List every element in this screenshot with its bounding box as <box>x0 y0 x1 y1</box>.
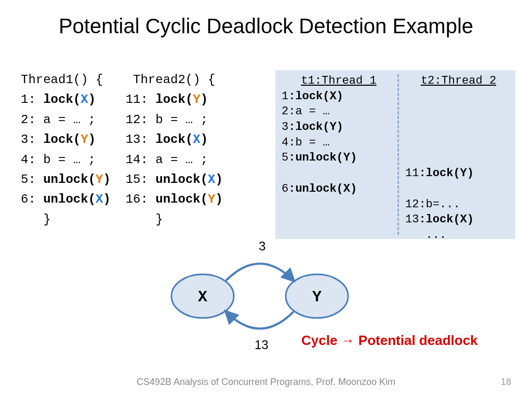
t2-l11-call: lock( <box>155 92 193 107</box>
t2-l15-var: X <box>208 172 215 187</box>
tr-l1-b: :lock(X) <box>288 90 343 103</box>
t2-l13-call: lock( <box>155 132 193 147</box>
t1-l5-n: 5: <box>21 172 43 187</box>
tr-l1-n: 1 <box>282 90 288 103</box>
tr-rdots: ... <box>405 229 446 242</box>
t1-l1-n: 1: <box>21 92 43 107</box>
tr-l5-b: :unlock(Y) <box>288 151 357 164</box>
edge-bot-label: 13 <box>255 338 269 352</box>
trace-t2-head: t2:Thread 2 <box>405 73 512 89</box>
page-number: 18 <box>501 377 511 388</box>
t1-l3-n: 3: <box>21 132 43 147</box>
t2-l14: 14: a = … ; <box>126 153 208 167</box>
t2-l15-call: unlock( <box>155 172 208 187</box>
t2-l15-end: ) <box>216 172 223 187</box>
tr-l3-b: :lock(Y) <box>288 121 343 134</box>
t1-l2: 2: a = … ; <box>21 113 96 127</box>
t1-l5-end: ) <box>103 172 110 187</box>
t2-l13-var: X <box>193 132 200 147</box>
edge-y-to-x <box>226 312 294 329</box>
node-x-label: X <box>198 288 207 306</box>
t1-l1-end: ) <box>88 92 96 107</box>
tr-r13-b: :lock(X) <box>419 213 474 226</box>
tr-l3-n: 3 <box>282 121 288 134</box>
tr-r12-n: 12 <box>405 198 419 211</box>
t1-l6-end: ) <box>103 192 110 206</box>
node-y-label: Y <box>312 288 322 306</box>
t2-l13-end: ) <box>201 132 208 147</box>
t1-l6-n: 6: <box>21 192 43 206</box>
tr-l4-t: :b = … <box>288 136 329 149</box>
t2-l11-end: ) <box>201 92 208 107</box>
t2-l16-end: ) <box>216 192 223 206</box>
tr-r11-n: 11 <box>405 167 419 180</box>
trace-divider <box>397 74 399 235</box>
t1-l6-var: X <box>96 192 103 206</box>
trace-col-t2: t2:Thread 2 11:lock(Y) 12:b=... 13:lock(… <box>405 73 512 243</box>
t1-sig: Thread1() { <box>21 73 103 87</box>
code-listing: Thread1() { Thread2() { 1: lock(X) 11: l… <box>21 70 223 230</box>
t2-end: } <box>133 212 163 227</box>
edge-x-to-y <box>226 264 294 281</box>
tr-l5-n: 5 <box>282 151 288 164</box>
slide-title: Potential Cyclic Deadlock Detection Exam… <box>0 0 532 38</box>
t1-l3-call: lock( <box>43 132 81 147</box>
edge-top-label: 3 <box>259 239 265 254</box>
t1-l5-var: Y <box>96 172 103 187</box>
tr-l6-b: :unlock(X) <box>288 182 357 195</box>
t1-l5-call: unlock( <box>43 172 96 187</box>
t2-l16-var: Y <box>208 192 215 206</box>
t1-l3-var: Y <box>81 132 88 147</box>
t2-l16-n: 16: <box>126 192 156 206</box>
t1-l6-call: unlock( <box>43 192 96 206</box>
tr-l2-n: 2 <box>282 105 288 118</box>
t1-end: } <box>21 212 51 227</box>
tr-l4-n: 4 <box>282 136 288 149</box>
tr-l2-t: :a = … <box>288 105 329 118</box>
t1-l1-var: X <box>81 92 88 107</box>
tr-r12-t: :b=... <box>419 198 460 211</box>
cycle-warning: Cycle → Potential deadlock <box>301 332 478 349</box>
trace-col-t1: t1:Thread 11:lock(X) 2:a = … 3:lock(Y) 4… <box>282 73 396 197</box>
tr-r13-n: 13 <box>405 213 419 226</box>
tr-r11-b: :lock(Y) <box>419 167 474 180</box>
t1-l1-call: lock( <box>43 92 81 107</box>
trace-t1-head: t1:Thread 1 <box>282 73 396 89</box>
t2-l13-n: 13: <box>126 132 156 147</box>
slide-footer: CS492B Analysis of Concurrent Programs, … <box>0 377 532 388</box>
t1-l4: 4: b = … ; <box>21 153 96 167</box>
t2-sig: Thread2() { <box>133 73 215 87</box>
t2-l12: 12: b = … ; <box>126 113 208 127</box>
execution-trace-box: t1:Thread 11:lock(X) 2:a = … 3:lock(Y) 4… <box>275 70 515 239</box>
t2-l16-call: unlock( <box>155 192 208 206</box>
t2-l15-n: 15: <box>126 172 156 187</box>
tr-l6-n: 6 <box>282 182 288 195</box>
t2-l11-n: 11: <box>126 92 156 107</box>
t2-l11-var: Y <box>193 92 200 107</box>
t1-l3-end: ) <box>88 132 96 147</box>
